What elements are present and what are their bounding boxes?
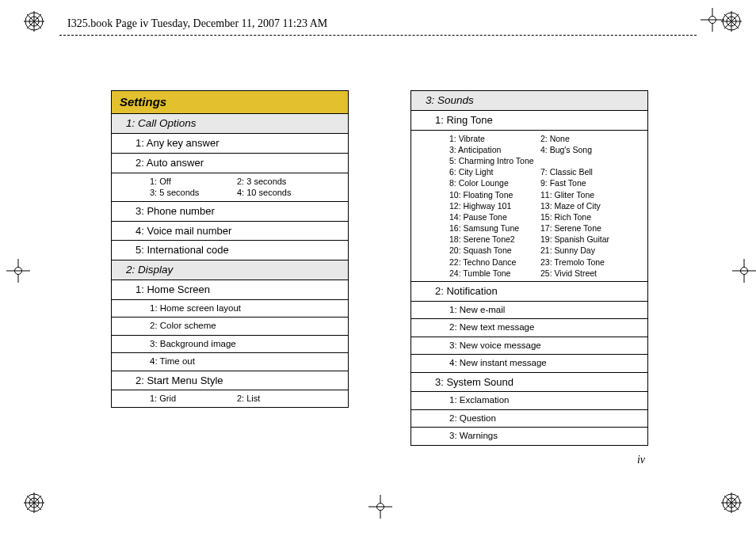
- header-text: I325.book Page iv Tuesday, December 11, …: [59, 17, 327, 30]
- item-any-key-answer: 1: Any key answer: [112, 134, 348, 154]
- crop-mark-icon: [701, 8, 724, 32]
- crop-mark-icon: [368, 495, 392, 519]
- page-number: iv: [637, 454, 645, 466]
- item-home-screen-layout: 1: Home screen layout: [112, 300, 348, 318]
- item-warnings: 3: Warnings: [411, 428, 647, 445]
- item-new-email: 1: New e-mail: [411, 302, 647, 320]
- subsection-call-options: 1: Call Options: [112, 114, 348, 134]
- item-start-menu-style: 2: Start Menu Style: [112, 371, 348, 391]
- item-color-scheme: 2: Color scheme: [112, 318, 348, 336]
- item-exclamation: 1: Exclamation: [411, 392, 647, 410]
- header-bar: I325.book Page iv Tuesday, December 11, …: [59, 12, 697, 36]
- settings-table-right: 3: Sounds 1: Ring Tone 1: Vibrate2: None…: [410, 90, 648, 446]
- subsection-display: 2: Display: [112, 260, 348, 280]
- registration-mark-icon: [24, 492, 44, 513]
- item-phone-number: 3: Phone number: [112, 202, 348, 222]
- item-ring-tone: 1: Ring Tone: [411, 111, 647, 131]
- item-question: 2: Question: [411, 410, 647, 428]
- start-menu-options: 1: Grid2: List: [112, 390, 348, 407]
- crop-mark-icon: [6, 259, 30, 283]
- crop-mark-icon: [732, 259, 756, 283]
- item-new-instant-message: 4: New instant message: [411, 355, 647, 373]
- settings-table-left: Settings 1: Call Options 1: Any key answ…: [111, 90, 349, 408]
- item-home-screen: 1: Home Screen: [112, 280, 348, 300]
- registration-mark-icon: [24, 11, 44, 32]
- ring-tone-options: 1: Vibrate2: None 3: Anticipation4: Bug'…: [411, 131, 647, 282]
- item-auto-answer: 2: Auto answer: [112, 154, 348, 173]
- auto-answer-options: 1: Off2: 3 seconds 3: 5 seconds4: 10 sec…: [112, 173, 348, 203]
- item-time-out: 4: Time out: [112, 353, 348, 371]
- subsection-sounds: 3: Sounds: [411, 91, 647, 111]
- section-header-settings: Settings: [112, 91, 348, 114]
- item-voice-mail-number: 4: Voice mail number: [112, 222, 348, 241]
- item-new-voice-message: 3: New voice message: [411, 337, 647, 356]
- item-system-sound: 3: System Sound: [411, 373, 647, 393]
- registration-mark-icon: [721, 492, 742, 513]
- item-notification: 2: Notification: [411, 282, 647, 302]
- item-background-image: 3: Background image: [112, 336, 348, 354]
- item-new-text-message: 2: New text message: [411, 319, 647, 337]
- item-international-code: 5: International code: [112, 241, 348, 260]
